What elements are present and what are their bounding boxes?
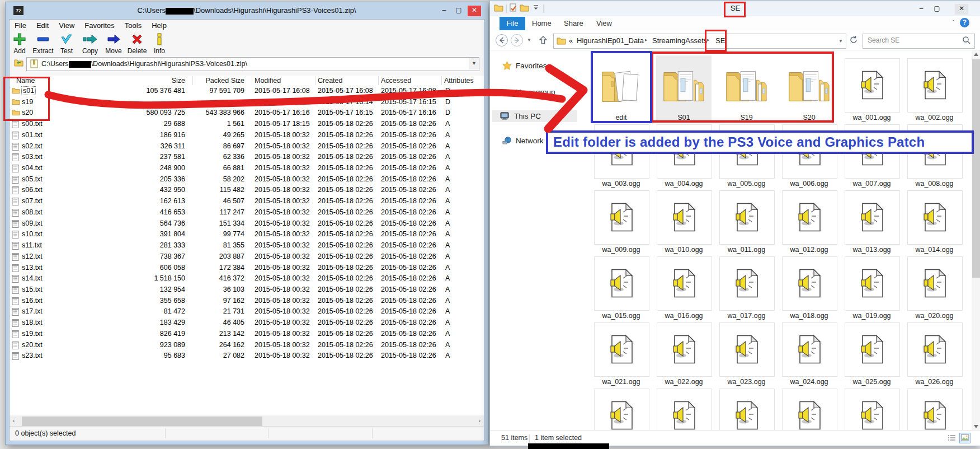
audio-file-icon[interactable] <box>797 203 822 232</box>
file-row[interactable]: s06.txt432 950115 4822015-05-18 00:32201… <box>10 185 484 196</box>
7zip-address-combobox[interactable]: C:\Users\Downloads\Higurashi\HigurashiPS… <box>26 57 479 71</box>
close-button[interactable]: ✕ <box>468 6 481 16</box>
address-dropdown-button[interactable]: ▼ <box>469 58 479 69</box>
file-row[interactable]: s11.txt281 33381 3552015-05-18 00:322015… <box>10 240 484 251</box>
file-row[interactable]: s17.txt81 47221 7312015-05-18 00:322015-… <box>10 306 484 317</box>
audio-file-icon[interactable] <box>609 203 634 232</box>
audio-file-icon[interactable] <box>797 335 822 364</box>
menu-favorites[interactable]: Favorites <box>79 20 119 30</box>
sidebar-item-homegroup[interactable]: Homegroup <box>494 88 555 96</box>
file-row[interactable]: s19.txt826 419213 1422015-05-18 00:32201… <box>10 329 484 340</box>
file-row[interactable]: s03.txt237 58162 3362015-05-18 00:322015… <box>10 152 484 163</box>
breadcrumb-item[interactable]: HigurashiEp01_Data <box>577 36 644 45</box>
column-header-packed-size[interactable]: Packed Size <box>206 77 244 85</box>
maximize-button[interactable]: ▢ <box>452 6 465 16</box>
toolbar-delete-button[interactable]: Delete <box>125 32 149 55</box>
audio-file-icon[interactable] <box>734 335 759 364</box>
audio-file-icon[interactable] <box>860 203 884 232</box>
scroll-down-icon[interactable] <box>974 425 978 428</box>
audio-file-icon[interactable] <box>609 269 634 298</box>
column-header-created[interactable]: Created <box>318 77 342 85</box>
chevron-right-icon[interactable]: ▸ <box>645 37 648 43</box>
audio-file-icon[interactable] <box>609 401 634 430</box>
breadcrumb-item[interactable]: StreamingAssets <box>652 36 707 45</box>
scroll-right-icon[interactable]: › <box>479 418 480 424</box>
ribbon-expand-icon[interactable]: ˇ <box>953 20 954 26</box>
audio-file-icon[interactable] <box>922 269 947 298</box>
file-row[interactable]: s09.txt564 736151 3342015-05-18 00:32201… <box>10 218 484 230</box>
toolbar-info-button[interactable]: Info <box>148 32 171 55</box>
tab-file[interactable]: File <box>500 17 525 30</box>
forward-icon[interactable] <box>510 34 524 47</box>
item-label[interactable]: wa_020.ogg <box>903 312 966 320</box>
item-label[interactable]: wa_009.ogg <box>590 246 653 254</box>
audio-file-icon[interactable] <box>734 401 759 430</box>
item-label[interactable]: wa_014.ogg <box>903 246 966 254</box>
file-row[interactable]: s18.txt183 42946 4052015-05-18 00:322015… <box>10 317 484 329</box>
menu-tools[interactable]: Tools <box>120 20 147 30</box>
item-label[interactable]: wa_007.ogg <box>840 180 903 188</box>
audio-file-icon[interactable] <box>922 203 947 232</box>
item-label[interactable]: wa_002.ogg <box>903 114 966 121</box>
item-label[interactable]: wa_015.ogg <box>590 312 653 320</box>
column-header-modified[interactable]: Modified <box>255 77 281 85</box>
audio-file-icon[interactable] <box>860 71 884 100</box>
7zip-horizontal-scrollbar[interactable]: ‹ › <box>10 416 484 427</box>
file-row[interactable]: s14.txt1 518 150416 3722015-05-18 00:322… <box>10 273 484 284</box>
audio-file-icon[interactable] <box>797 401 822 430</box>
audio-file-icon[interactable] <box>922 71 947 100</box>
audio-file-icon[interactable] <box>860 269 884 298</box>
audio-file-icon[interactable] <box>734 203 759 232</box>
thumbnail-view-icon[interactable] <box>959 433 970 443</box>
file-row[interactable]: s10.txt391 80499 7742015-05-18 00:322015… <box>10 229 484 240</box>
scrollbar-thumb[interactable] <box>972 59 980 278</box>
scroll-up-icon[interactable] <box>974 53 978 56</box>
7zip-titlebar[interactable]: 7z C:\Users\Downloads\Higurashi\Higurash… <box>6 2 488 19</box>
item-label[interactable]: wa_026.ogg <box>903 378 966 386</box>
file-row[interactable]: s00.txt29 6881 5612015-05-17 18:152015-0… <box>10 119 484 130</box>
breadcrumb-overflow[interactable]: « <box>569 36 573 45</box>
toolbar-test-button[interactable]: Test <box>55 32 78 55</box>
item-label[interactable]: wa_019.ogg <box>840 312 903 320</box>
minimize-button[interactable]: – <box>915 4 928 15</box>
tab-share[interactable]: Share <box>564 17 583 30</box>
menu-help[interactable]: Help <box>147 20 172 30</box>
menu-file[interactable]: File <box>10 20 31 30</box>
column-header-accessed[interactable]: Accessed <box>381 77 411 85</box>
item-label[interactable]: wa_001.ogg <box>840 114 903 121</box>
item-label[interactable]: wa_012.ogg <box>778 246 841 254</box>
file-row[interactable]: s20.txt923 089264 1622015-05-18 00:32201… <box>10 340 484 351</box>
up-icon[interactable] <box>538 35 549 46</box>
item-label[interactable]: wa_008.ogg <box>903 180 966 188</box>
file-row[interactable]: s01105 376 48197 591 7092015-05-17 16:08… <box>10 86 484 97</box>
item-label[interactable]: wa_024.ogg <box>778 378 841 386</box>
sidebar-item-favorites[interactable]: Favorites <box>494 61 547 70</box>
column-header-size[interactable]: Size <box>172 77 185 85</box>
scrollbar-thumb[interactable] <box>22 417 262 426</box>
sidebar-item-network[interactable]: Network <box>494 137 544 145</box>
item-label[interactable]: wa_018.ogg <box>778 312 841 320</box>
item-label[interactable]: wa_011.ogg <box>715 246 778 254</box>
audio-file-icon[interactable] <box>922 401 947 430</box>
back-icon[interactable] <box>495 34 508 47</box>
scroll-left-icon[interactable]: ‹ <box>13 418 15 424</box>
menu-edit[interactable]: Edit <box>31 20 54 30</box>
file-row[interactable]: s23.txt95 68327 0822015-05-18 00:322015-… <box>10 350 484 362</box>
explorer-vertical-scrollbar[interactable] <box>972 50 980 431</box>
item-label[interactable]: wa_025.ogg <box>840 378 903 386</box>
column-header-attributes[interactable]: Attributes <box>444 77 474 85</box>
address-dropdown-icon[interactable]: ▼ <box>838 39 843 44</box>
audio-file-icon[interactable] <box>609 335 634 364</box>
audio-file-icon[interactable] <box>672 269 696 298</box>
maximize-button[interactable]: ▢ <box>930 4 944 15</box>
file-row[interactable]: s02.txt326 31186 6972015-05-18 00:322015… <box>10 141 484 152</box>
item-label[interactable]: wa_022.ogg <box>652 378 715 386</box>
item-label[interactable]: wa_016.ogg <box>652 312 715 320</box>
audio-file-icon[interactable] <box>672 401 696 430</box>
item-label[interactable]: wa_003.ogg <box>590 180 653 188</box>
item-label[interactable]: wa_021.ogg <box>590 378 653 386</box>
audio-file-icon[interactable] <box>797 269 822 298</box>
file-row[interactable]: s16.txt355 65897 1622015-05-18 00:322015… <box>10 296 484 307</box>
audio-file-icon[interactable] <box>860 335 884 364</box>
sidebar-item-this-pc[interactable]: This PC <box>492 110 577 122</box>
